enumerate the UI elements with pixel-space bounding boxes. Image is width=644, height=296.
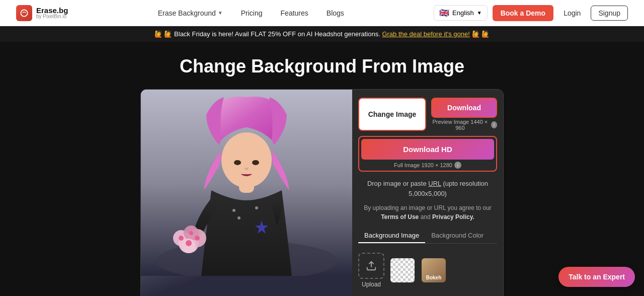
svg-point-15 xyxy=(189,231,193,235)
svg-point-18 xyxy=(255,206,258,209)
svg-point-6 xyxy=(252,160,259,165)
login-button[interactable]: Login xyxy=(558,6,586,20)
image-panel-wrapper: Change Image Download Preview Image 1440… xyxy=(140,89,504,296)
logo-icon xyxy=(16,5,32,21)
svg-point-4 xyxy=(221,132,272,188)
navbar: Erase.bg by PixelBin.io Erase Background… xyxy=(0,0,644,26)
svg-point-16 xyxy=(232,209,235,212)
banner-text: 🙋 🙋 Black Friday is here! Avail FLAT 25%… xyxy=(154,30,380,38)
main-content: Change Background From Image xyxy=(0,42,644,296)
drop-text: Drop image or paste URL (upto resolution… xyxy=(358,179,497,198)
page-title: Change Background From Image xyxy=(0,56,644,77)
checker-pattern xyxy=(390,258,415,282)
promo-banner: 🙋 🙋 Black Friday is here! Avail FLAT 25%… xyxy=(0,26,644,42)
svg-point-0 xyxy=(21,10,27,16)
svg-point-14 xyxy=(179,236,184,241)
action-buttons-row: Change Image Download Preview Image 1440… xyxy=(358,98,497,131)
svg-point-12 xyxy=(186,240,192,246)
logo[interactable]: Erase.bg by PixelBin.io xyxy=(16,5,68,21)
nav-features[interactable]: Features xyxy=(274,6,315,20)
talk-to-expert-button[interactable]: Talk to an Expert xyxy=(558,267,635,287)
preview-info-icon[interactable]: i xyxy=(491,121,497,128)
signup-button[interactable]: Signup xyxy=(591,6,628,21)
book-demo-button[interactable]: Book a Demo xyxy=(493,5,553,21)
lang-arrow-icon: ▼ xyxy=(477,10,482,16)
nav-links: Erase Background ▼ Pricing Features Blog… xyxy=(151,6,351,20)
background-tabs: Background Image Background Color xyxy=(358,229,497,244)
nav-erase-bg[interactable]: Erase Background ▼ xyxy=(151,6,230,20)
download-button-wrap: Download Preview Image 1440 × 960 i xyxy=(431,98,497,131)
logo-text: Erase.bg by PixelBin.io xyxy=(36,7,68,19)
url-link[interactable]: URL xyxy=(428,180,441,187)
language-selector[interactable]: 🇬🇧 English ▼ xyxy=(434,5,488,21)
upload-option[interactable]: Upload xyxy=(358,253,384,288)
download-hd-button[interactable]: Download HD xyxy=(361,139,494,160)
right-panel: Change Image Download Preview Image 1440… xyxy=(352,90,503,296)
change-image-button[interactable]: Change Image xyxy=(358,98,426,131)
full-image-label: Full Image 1920 × 1280 i xyxy=(361,162,494,169)
bokeh-swatch[interactable]: Bokeh xyxy=(421,257,447,283)
download-hd-wrapper: Download HD Full Image 1920 × 1280 i xyxy=(358,136,497,172)
erase-bg-arrow-icon: ▼ xyxy=(218,10,223,16)
tab-background-color[interactable]: Background Color xyxy=(425,229,490,243)
flag-icon: 🇬🇧 xyxy=(439,8,449,18)
banner-text-after: 🙋 🙋 xyxy=(472,30,490,38)
svg-point-17 xyxy=(237,216,240,219)
terms-text: By uploading an image or URL you agree t… xyxy=(358,203,497,221)
svg-point-13 xyxy=(195,236,200,241)
tab-background-image[interactable]: Background Image xyxy=(358,229,425,243)
terms-of-use-link[interactable]: Terms of Use xyxy=(381,213,419,220)
download-button[interactable]: Download xyxy=(431,98,497,118)
background-options: Upload Bokeh xyxy=(358,253,497,288)
transparent-swatch[interactable] xyxy=(389,257,416,283)
content-wrapper: Change Image Download Preview Image 1440… xyxy=(45,89,599,296)
banner-link[interactable]: Grab the deal before it's gone! xyxy=(382,30,469,38)
nav-right: 🇬🇧 English ▼ Book a Demo Login Signup xyxy=(434,5,628,21)
privacy-policy-link[interactable]: Privacy Policy. xyxy=(432,213,474,220)
upload-icon xyxy=(358,253,384,279)
full-image-info-icon[interactable]: i xyxy=(454,162,461,169)
bokeh-swatch-bg: Bokeh xyxy=(422,258,446,282)
person-svg xyxy=(141,90,352,276)
logo-main-text: Erase.bg xyxy=(36,7,68,14)
preview-label: Preview Image 1440 × 960 i xyxy=(431,119,497,131)
bokeh-label: Bokeh xyxy=(426,275,442,280)
svg-point-5 xyxy=(234,160,241,165)
nav-pricing[interactable]: Pricing xyxy=(234,6,270,20)
nav-blogs[interactable]: Blogs xyxy=(319,6,351,20)
logo-sub-text: by PixelBin.io xyxy=(36,14,68,19)
image-preview-area xyxy=(141,90,352,296)
